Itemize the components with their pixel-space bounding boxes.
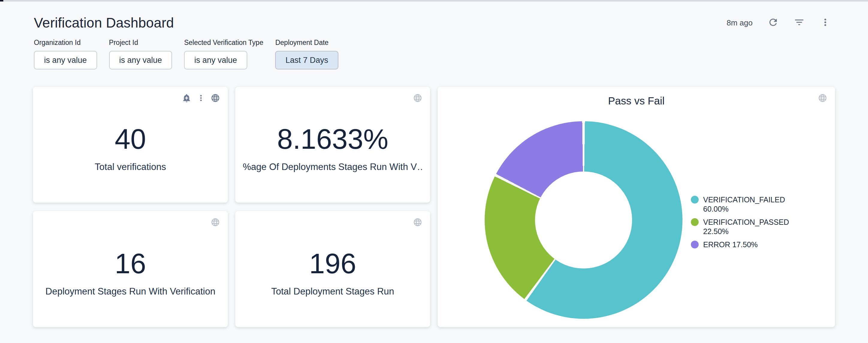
refresh-icon xyxy=(768,17,779,29)
legend-color-dot xyxy=(691,241,699,248)
tile-actions xyxy=(413,217,422,228)
tile-total-deployment-stages-run: 196 Total Deployment Stages Run xyxy=(235,211,430,327)
globe-icon xyxy=(211,217,220,228)
kebab-menu-icon xyxy=(196,93,206,104)
tile-pct-deployment-stages-with-verifications: 8.1633% %age Of Deployments Stages Run W… xyxy=(235,87,430,203)
tile-total-verifications: 40 Total verifications xyxy=(33,87,228,203)
tile-deployment-stages-run-with-verification: 16 Deployment Stages Run With Verificati… xyxy=(33,211,228,327)
stat-label: Total verifications xyxy=(95,162,166,172)
stat-label: Deployment Stages Run With Verification xyxy=(45,286,216,297)
tile-menu-button[interactable] xyxy=(196,93,206,104)
legend-item[interactable]: VERIFICATION_FAILED 60.00% xyxy=(691,195,796,214)
stat-value: 196 xyxy=(309,247,356,279)
dashboard-menu-button[interactable] xyxy=(820,17,831,29)
globe-icon xyxy=(413,93,422,104)
timezone-globe-button[interactable] xyxy=(818,93,827,104)
stat-label: Total Deployment Stages Run xyxy=(271,286,394,297)
window-top-edge xyxy=(0,0,868,1)
dashboard-header: Verification Dashboard 8m ago xyxy=(0,1,868,31)
legend-label: ERROR 17.50% xyxy=(703,240,758,249)
filter-label: Deployment Date xyxy=(275,39,338,47)
tile-actions xyxy=(818,93,827,104)
legend-label: VERIFICATION_PASSED 22.50% xyxy=(703,217,796,236)
tile-actions xyxy=(413,93,422,104)
filter-project-id: Project Id is any value xyxy=(109,39,172,69)
filter-value-button[interactable]: is any value xyxy=(34,51,97,69)
filter-value-button[interactable]: is any value xyxy=(109,51,172,69)
tile-pass-vs-fail-chart: Pass vs Fail VERIFICATION_FAILED 60.00% … xyxy=(438,87,835,327)
donut-hole xyxy=(535,171,632,269)
stat-value: 40 xyxy=(115,123,146,155)
timezone-globe-button[interactable] xyxy=(211,217,220,228)
globe-icon xyxy=(211,93,220,104)
tile-actions xyxy=(211,217,220,228)
filter-deployment-date: Deployment Date Last 7 Days xyxy=(275,39,338,69)
filter-label: Organization Id xyxy=(34,39,97,47)
chart-title: Pass vs Fail xyxy=(438,95,835,107)
window-corner-fragment xyxy=(0,0,3,1)
stat-value: 8.1633% xyxy=(277,123,388,155)
timezone-globe-button[interactable] xyxy=(413,93,422,104)
globe-icon xyxy=(818,93,827,104)
header-actions: 8m ago xyxy=(726,17,831,29)
legend-color-dot xyxy=(691,218,699,226)
legend-item[interactable]: ERROR 17.50% xyxy=(691,240,796,249)
filter-label: Project Id xyxy=(109,39,172,47)
last-refresh-time: 8m ago xyxy=(726,18,753,28)
filter-icon xyxy=(794,17,805,29)
chart-legend: VERIFICATION_FAILED 60.00% VERIFICATION_… xyxy=(691,195,796,253)
stat-value: 16 xyxy=(115,247,146,279)
refresh-button[interactable] xyxy=(768,17,779,29)
filter-bar: Organization Id is any value Project Id … xyxy=(0,31,868,69)
kebab-menu-icon xyxy=(820,17,831,29)
alert-bell-button[interactable] xyxy=(182,93,191,104)
timezone-globe-button[interactable] xyxy=(211,93,220,104)
tile-actions xyxy=(182,93,220,104)
filter-selected-verification-type: Selected Verification Type is any value xyxy=(184,39,263,69)
stat-label: %age Of Deployments Stages Run With V… xyxy=(243,162,423,172)
filter-organization-id: Organization Id is any value xyxy=(34,39,97,69)
page-title: Verification Dashboard xyxy=(34,15,174,31)
filter-value-button[interactable]: is any value xyxy=(184,51,247,69)
legend-item[interactable]: VERIFICATION_PASSED 22.50% xyxy=(691,217,796,236)
globe-icon xyxy=(413,217,422,228)
donut-chart[interactable] xyxy=(485,121,682,319)
alert-bell-icon xyxy=(182,93,191,104)
filters-toggle-button[interactable] xyxy=(794,17,805,29)
filter-label: Selected Verification Type xyxy=(184,39,263,47)
legend-label: VERIFICATION_FAILED 60.00% xyxy=(703,195,796,214)
filter-value-button[interactable]: Last 7 Days xyxy=(275,51,338,69)
timezone-globe-button[interactable] xyxy=(413,217,422,228)
legend-color-dot xyxy=(691,196,699,204)
dashboard-grid: 40 Total verifications 8.1633% %age Of D… xyxy=(33,87,835,327)
